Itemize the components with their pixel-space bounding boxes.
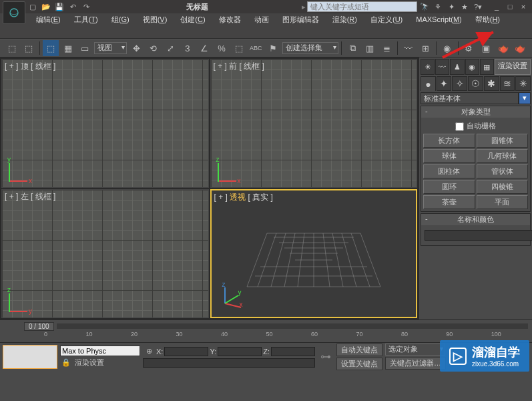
render-prod-icon[interactable]: 🫖 xyxy=(512,40,528,56)
tab-modify[interactable]: 〰 xyxy=(435,59,449,75)
rollout-header-type[interactable]: 对象类型 xyxy=(421,106,530,118)
primitive-管状体[interactable]: 管状体 xyxy=(477,164,529,178)
setkey-button[interactable]: 设置关键点 xyxy=(336,358,382,370)
render-frame-icon[interactable]: ▣ xyxy=(478,40,494,56)
coord-toggle-icon[interactable]: ⊕ xyxy=(143,346,155,357)
dropdown-arrow-icon[interactable]: ▾ xyxy=(519,92,531,104)
primitive-茶壶[interactable]: 茶壶 xyxy=(423,195,475,209)
undo-icon[interactable]: ↶ xyxy=(67,1,79,12)
quick-render-icon[interactable]: 🫖 xyxy=(495,40,511,56)
search-input[interactable] xyxy=(307,1,417,12)
snap-3d-icon[interactable]: 3 xyxy=(180,40,196,56)
category-dropdown[interactable]: 标准基本体 ▾ xyxy=(421,92,531,104)
viewport-label-front[interactable]: [ + ] 前 [ 线框 ] xyxy=(214,61,264,72)
menu-帮助[interactable]: 帮助(H) xyxy=(469,13,507,25)
select-object-icon[interactable]: ⬚ xyxy=(43,40,59,56)
redo-icon[interactable]: ↷ xyxy=(80,1,92,12)
snap-angle-icon[interactable]: ∠ xyxy=(197,40,213,56)
time-slider[interactable]: 0 / 100 xyxy=(24,322,54,331)
menu-MAXScript[interactable]: MAXScript(M) xyxy=(409,13,468,25)
primitive-四棱锥[interactable]: 四棱锥 xyxy=(477,180,529,194)
viewport-label-left[interactable]: [ + ] 左 [ 线框 ] xyxy=(5,191,55,203)
menu-编辑[interactable]: 编辑(E) xyxy=(29,13,67,25)
subtab-cameras[interactable]: ☉ xyxy=(468,76,483,91)
close-button[interactable]: × xyxy=(517,1,529,12)
snap-percent-icon[interactable]: % xyxy=(214,40,230,56)
tab-create[interactable]: ☀ xyxy=(421,59,435,75)
menu-图形编辑器[interactable]: 图形编辑器 xyxy=(276,13,326,25)
z-input[interactable] xyxy=(271,347,315,356)
minimize-button[interactable]: _ xyxy=(491,1,503,12)
viewport-label-persp[interactable]: [ + ] 透视 [ 真实 ] xyxy=(214,192,273,203)
viewport-perspective[interactable]: [ + ] 透视 [ 真实 ] z y x xyxy=(210,189,418,318)
key-icon[interactable]: ⊶ xyxy=(320,350,331,363)
autokey-button[interactable]: 自动关键点 xyxy=(336,344,382,356)
subtab-lights[interactable]: ✧ xyxy=(452,76,467,91)
align-icon[interactable]: ▥ xyxy=(362,40,378,56)
flag-icon[interactable]: ⚑ xyxy=(265,40,281,56)
menu-组[interactable]: 组(G) xyxy=(105,13,136,25)
time-track[interactable] xyxy=(57,323,528,329)
tool-icon[interactable]: ✦ xyxy=(445,1,457,12)
primitive-球体[interactable]: 球体 xyxy=(423,149,475,163)
render-setup-button[interactable]: 渲染设置 xyxy=(495,59,531,75)
key-filters-button[interactable]: 关键点过滤器… xyxy=(385,357,446,370)
menu-自定义[interactable]: 自定义(U) xyxy=(364,13,409,25)
script-listener-input[interactable] xyxy=(60,346,140,356)
viewport-left[interactable]: [ + ] 左 [ 线框 ] yz xyxy=(1,189,209,318)
tab-hierarchy[interactable]: ♟ xyxy=(450,59,464,75)
select-link-icon[interactable]: ⬚ xyxy=(4,40,20,56)
abc-icon[interactable]: ABC xyxy=(248,40,264,56)
material-preview[interactable] xyxy=(3,345,57,369)
primitive-圆锥体[interactable]: 圆锥体 xyxy=(477,134,529,148)
tab-motion[interactable]: ◉ xyxy=(465,59,479,75)
select-name-icon[interactable]: ▦ xyxy=(60,40,76,56)
object-name-input[interactable] xyxy=(425,230,532,241)
lock-selection-icon[interactable]: 🔒 xyxy=(60,358,72,368)
menu-工具[interactable]: 工具(T) xyxy=(67,13,105,25)
y-input[interactable] xyxy=(218,347,262,356)
schematic-icon[interactable]: ⊞ xyxy=(418,40,434,56)
help-icon[interactable]: ?▾ xyxy=(472,1,484,12)
spinner-snap-icon[interactable]: ⬚ xyxy=(231,40,247,56)
app-logo[interactable] xyxy=(3,1,25,24)
primitive-圆柱体[interactable]: 圆柱体 xyxy=(423,164,475,178)
community-icon[interactable]: ⚘ xyxy=(432,1,444,12)
mirror-icon[interactable]: ⧉ xyxy=(344,40,360,56)
rollout-header-name[interactable]: 名称和颜色 xyxy=(421,214,530,225)
menu-修改器[interactable]: 修改器 xyxy=(212,13,248,25)
render-setup-icon[interactable]: ⚙ xyxy=(461,40,477,56)
subtab-systems[interactable]: ✳ xyxy=(515,76,531,91)
tab-display[interactable]: ▦ xyxy=(480,59,494,75)
subtab-spacewarps[interactable]: ≋ xyxy=(500,76,515,91)
unlink-icon[interactable]: ⬚ xyxy=(21,40,37,56)
menu-动画[interactable]: 动画 xyxy=(248,13,276,25)
autogrid-checkbox[interactable] xyxy=(455,122,464,131)
viewport-front[interactable]: [ + ] 前 [ 线框 ] xz xyxy=(210,59,418,188)
binoculars-icon[interactable]: 🔭 xyxy=(419,1,431,12)
scale-icon[interactable]: ⤢ xyxy=(162,40,178,56)
primitive-几何球体[interactable]: 几何球体 xyxy=(477,149,529,163)
menu-创建[interactable]: 创建(C) xyxy=(174,13,212,25)
key-target-dropdown[interactable]: 选定对象 xyxy=(385,344,445,356)
primitive-长方体[interactable]: 长方体 xyxy=(423,134,475,148)
material-editor-icon[interactable]: ◉ xyxy=(439,40,455,56)
curve-editor-icon[interactable]: 〰 xyxy=(401,40,417,56)
subtab-helpers[interactable]: ✱ xyxy=(484,76,499,91)
layer-icon[interactable]: ≣ xyxy=(378,40,394,56)
viewport-top[interactable]: [ + ] 顶 [ 线框 ] xy xyxy=(1,59,209,188)
selection-set-dropdown[interactable]: 创建选择集 xyxy=(282,42,339,54)
menu-渲染[interactable]: 渲染(R) xyxy=(326,13,364,25)
subtab-shapes[interactable]: ✦ xyxy=(437,76,452,91)
ref-coord-dropdown[interactable]: 视图 xyxy=(94,42,127,54)
new-icon[interactable]: ▢ xyxy=(27,1,39,12)
viewport-label-top[interactable]: [ + ] 顶 [ 线框 ] xyxy=(5,61,55,72)
restore-button[interactable]: □ xyxy=(504,1,516,12)
favorite-icon[interactable]: ★ xyxy=(459,1,471,12)
rotate-icon[interactable]: ⟲ xyxy=(146,40,162,56)
open-icon[interactable]: 📂 xyxy=(40,1,52,12)
primitive-圆环[interactable]: 圆环 xyxy=(423,180,475,194)
x-input[interactable] xyxy=(164,347,208,356)
subtab-geometry[interactable]: ● xyxy=(421,76,436,91)
move-icon[interactable]: ✥ xyxy=(128,40,144,56)
